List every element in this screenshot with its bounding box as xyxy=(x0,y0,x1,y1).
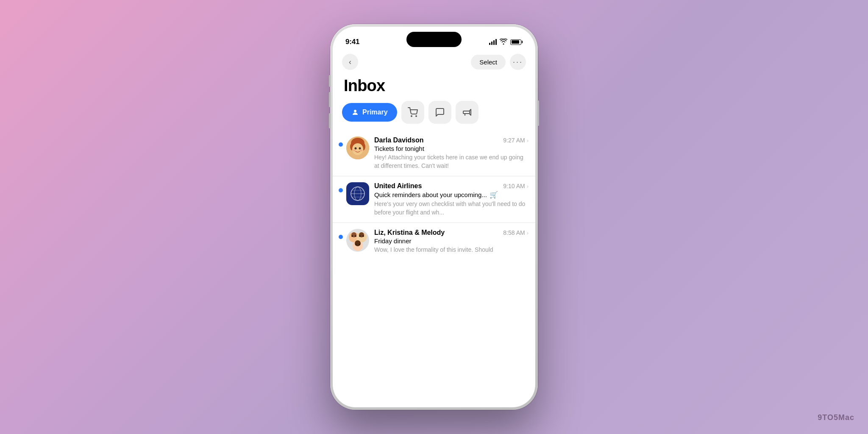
phone-screen: 9:41 xyxy=(333,27,535,407)
svg-rect-3 xyxy=(463,111,470,114)
status-icons xyxy=(489,39,523,46)
svg-point-27 xyxy=(362,235,364,237)
chevron-icon-1: › xyxy=(527,137,529,144)
email-content-3: Liz, Kristina & Melody 8:58 AM › Friday … xyxy=(374,229,529,254)
svg-point-31 xyxy=(359,244,360,245)
svg-point-1 xyxy=(411,116,412,117)
email-subject-3: Friday dinner xyxy=(374,237,529,245)
email-item-3[interactable]: Liz, Kristina & Melody 8:58 AM › Friday … xyxy=(333,223,535,260)
email-time-1: 9:27 AM xyxy=(503,137,525,144)
signal-icon xyxy=(489,39,497,45)
tab-messages[interactable] xyxy=(428,101,451,124)
email-subject-2: Quick reminders about your upcoming... 🛒 xyxy=(374,191,529,199)
avatar-darla xyxy=(346,136,369,159)
unread-dot-1 xyxy=(339,142,343,147)
status-bar: 9:41 xyxy=(333,27,535,50)
volume-down-button xyxy=(329,113,331,128)
email-sender-2: United Airlines xyxy=(374,182,422,190)
email-subject-1: Tickets for tonight xyxy=(374,145,529,152)
svg-point-10 xyxy=(359,147,361,150)
email-content-1: Darla Davidson 9:27 AM › Tickets for ton… xyxy=(374,136,529,170)
phone-device: 9:41 xyxy=(330,24,538,410)
svg-point-11 xyxy=(353,150,356,151)
status-time: 9:41 xyxy=(345,38,359,46)
inbox-title: Inbox xyxy=(333,72,535,101)
chat-icon xyxy=(435,107,445,117)
email-time-2: 9:10 AM xyxy=(503,183,525,189)
wifi-icon xyxy=(500,39,507,46)
email-time-3: 8:58 AM xyxy=(503,229,525,236)
svg-point-26 xyxy=(359,235,361,237)
shopping-cart-tag: 🛒 xyxy=(490,191,498,199)
svg-point-12 xyxy=(360,150,362,151)
watermark: 9TO5Mac xyxy=(818,413,854,422)
email-sender-3: Liz, Kristina & Melody xyxy=(374,229,445,236)
unread-dot-2 xyxy=(339,188,343,192)
email-list: Darla Davidson 9:27 AM › Tickets for ton… xyxy=(333,131,535,407)
svg-point-0 xyxy=(354,110,356,112)
tab-shopping[interactable] xyxy=(401,101,424,124)
desktop-background: 9:41 xyxy=(0,0,868,434)
chevron-icon-2: › xyxy=(527,183,529,189)
email-preview-2: Here's your very own checklist with what… xyxy=(374,200,529,217)
svg-point-9 xyxy=(355,147,357,150)
battery-icon xyxy=(510,39,523,45)
chevron-icon-3: › xyxy=(527,230,529,236)
email-preview-1: Hey! Attaching your tickets here in case… xyxy=(374,153,529,170)
avatar-group xyxy=(346,229,369,252)
unread-dot-3 xyxy=(339,235,343,239)
dynamic-island xyxy=(406,32,462,47)
svg-point-8 xyxy=(352,143,363,155)
megaphone-icon xyxy=(462,107,472,117)
cart-icon xyxy=(408,107,418,117)
svg-point-22 xyxy=(351,235,353,237)
svg-point-2 xyxy=(416,116,417,117)
email-item-1[interactable]: Darla Davidson 9:27 AM › Tickets for ton… xyxy=(333,131,535,176)
tab-bar: Primary xyxy=(333,101,535,131)
avatar-united xyxy=(346,182,369,205)
select-button[interactable]: Select xyxy=(471,55,506,70)
svg-point-29 xyxy=(355,240,361,246)
more-button[interactable]: ··· xyxy=(510,54,526,70)
svg-point-30 xyxy=(355,244,357,245)
email-content-2: United Airlines 9:10 AM › Quick reminder… xyxy=(374,182,529,217)
person-icon xyxy=(351,108,359,116)
svg-point-23 xyxy=(355,235,356,237)
email-item-2[interactable]: United Airlines 9:10 AM › Quick reminder… xyxy=(333,176,535,223)
nav-bar: ‹ Select ··· xyxy=(333,50,535,72)
power-button xyxy=(537,100,539,126)
mute-button xyxy=(329,75,331,87)
back-button[interactable]: ‹ xyxy=(342,54,358,70)
tab-primary[interactable]: Primary xyxy=(342,103,397,122)
email-preview-3: Wow, I love the formality of this invite… xyxy=(374,246,529,254)
email-sender-1: Darla Davidson xyxy=(374,136,423,144)
tab-promotions[interactable] xyxy=(456,101,479,124)
volume-up-button xyxy=(329,92,331,107)
